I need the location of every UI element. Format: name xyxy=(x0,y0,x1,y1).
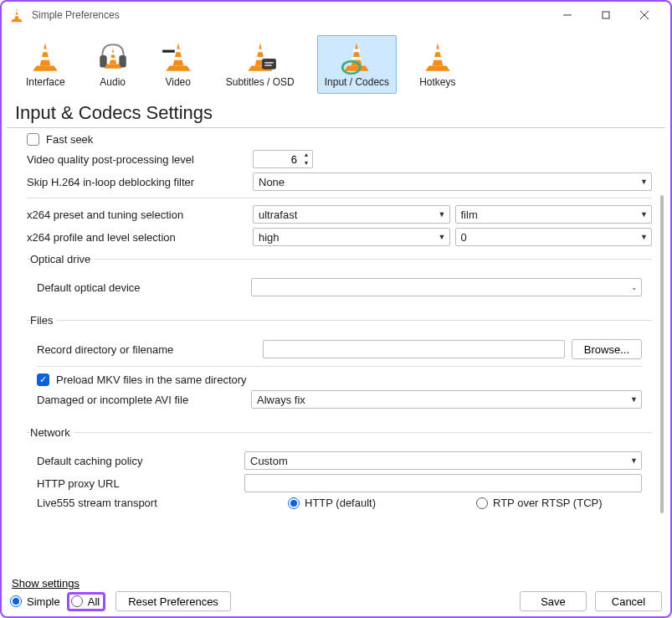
tab-interface[interactable]: Interface xyxy=(18,35,73,94)
svg-rect-21 xyxy=(352,57,362,60)
svg-rect-19 xyxy=(264,64,271,65)
svg-rect-1 xyxy=(15,14,19,16)
interface-icon xyxy=(28,39,63,75)
chevron-down-icon: ▼ xyxy=(630,456,638,465)
scrollbar[interactable] xyxy=(660,195,664,513)
tab-input-codecs[interactable]: Input / Codecs xyxy=(317,35,397,94)
window-title: Simple Preferences xyxy=(32,9,548,21)
avi-label: Damaged or incomplete AVI file xyxy=(37,394,251,406)
x264-level-select[interactable]: 0 ▼ xyxy=(455,228,653,246)
chevron-down-icon: ▼ xyxy=(640,233,648,241)
caching-label: Default caching policy xyxy=(37,455,244,467)
svg-rect-3 xyxy=(603,12,609,18)
save-button[interactable]: Save xyxy=(520,591,587,611)
svg-rect-23 xyxy=(434,49,441,53)
tab-label: Video xyxy=(165,76,190,88)
live555-http-label: HTTP (default) xyxy=(305,497,376,509)
chevron-down-icon: ▼ xyxy=(439,210,446,219)
subtitles-icon xyxy=(243,39,278,75)
show-settings-label: Show settings xyxy=(12,577,662,590)
fast-seek-checkbox[interactable]: Fast seek xyxy=(27,133,93,146)
settings-scroll[interactable]: Fast seek Video quality post-processing … xyxy=(2,128,670,555)
x264-preset-value: ultrafast xyxy=(259,209,297,221)
minimize-button[interactable] xyxy=(548,3,587,28)
live555-rtp-radio[interactable]: RTP over RTSP (TCP) xyxy=(476,497,603,509)
chevron-down-icon: ▼ xyxy=(630,395,638,404)
proxy-label: HTTP proxy URL xyxy=(37,477,244,490)
hotkeys-icon xyxy=(420,39,455,75)
reset-preferences-button[interactable]: Reset Preferences xyxy=(115,591,231,611)
files-legend: Files xyxy=(30,314,56,327)
optical-default-select[interactable]: ⌄ xyxy=(251,278,642,296)
highlight-annotation: All xyxy=(67,592,105,611)
titlebar: Simple Preferences xyxy=(2,2,670,28)
chevron-down-icon: ▼ xyxy=(640,178,648,186)
vq-label: Video quality post-processing level xyxy=(27,153,253,166)
spin-down-icon[interactable]: ▼ xyxy=(300,159,312,167)
caching-select[interactable]: Custom ▼ xyxy=(244,451,642,470)
radio-checked-icon xyxy=(288,497,300,509)
tab-label: Audio xyxy=(100,76,126,88)
tab-label: Interface xyxy=(26,76,65,88)
tab-audio[interactable]: Audio xyxy=(88,35,138,94)
x264-preset-select[interactable]: ultrafast ▼ xyxy=(253,205,450,224)
svg-rect-24 xyxy=(433,57,443,60)
files-group: Files Record directory or filename Brows… xyxy=(27,314,652,420)
close-button[interactable] xyxy=(625,3,664,28)
svg-rect-10 xyxy=(110,53,115,55)
optical-group: Optical drive Default optical device ⌄ xyxy=(27,253,652,307)
svg-rect-13 xyxy=(173,57,182,60)
show-settings-simple-radio[interactable]: Simple xyxy=(10,595,60,608)
cancel-button[interactable]: Cancel xyxy=(595,591,662,611)
optical-legend: Optical drive xyxy=(30,253,94,265)
skip-label: Skip H.264 in-loop deblocking filter xyxy=(27,176,253,188)
checkbox-icon xyxy=(27,133,39,146)
maximize-button[interactable] xyxy=(587,3,625,28)
tab-subtitles[interactable]: Subtitles / OSD xyxy=(218,35,302,94)
fast-seek-label: Fast seek xyxy=(46,133,93,146)
spin-up-icon[interactable]: ▲ xyxy=(300,151,312,159)
audio-icon xyxy=(95,39,131,75)
proxy-input[interactable] xyxy=(244,474,642,492)
network-group: Network Default caching policy Custom ▼ … xyxy=(27,426,652,520)
x264-level-value: 0 xyxy=(461,231,467,244)
x264-profile-label: x264 profile and level selection xyxy=(27,231,253,244)
tab-hotkeys[interactable]: Hotkeys xyxy=(412,35,463,94)
record-label: Record directory or filename xyxy=(37,343,263,356)
record-input[interactable] xyxy=(263,340,565,358)
avi-select[interactable]: Always fix ▼ xyxy=(251,390,642,409)
svg-rect-7 xyxy=(41,57,50,60)
radio-icon xyxy=(71,595,83,607)
svg-rect-9 xyxy=(119,55,126,68)
live555-http-radio[interactable]: HTTP (default) xyxy=(288,497,376,509)
chevron-down-icon: ▼ xyxy=(640,210,648,219)
tab-video[interactable]: Video xyxy=(153,35,203,94)
svg-rect-12 xyxy=(175,49,182,53)
all-label: All xyxy=(88,595,100,608)
page-title: Input & Codecs Settings xyxy=(7,97,665,128)
chevron-down-icon: ⌄ xyxy=(631,283,638,291)
x264-profile-value: high xyxy=(259,231,280,244)
live555-rtp-label: RTP over RTSP (TCP) xyxy=(493,497,603,509)
vq-spinbox[interactable]: ▲▼ xyxy=(253,150,313,168)
radio-icon xyxy=(476,497,488,509)
show-settings-all-radio[interactable]: All xyxy=(71,595,100,608)
skip-select[interactable]: None ▼ xyxy=(253,173,652,191)
tab-label: Subtitles / OSD xyxy=(226,76,295,88)
browse-button[interactable]: Browse... xyxy=(572,339,642,359)
live555-label: Live555 stream transport xyxy=(37,497,288,509)
chevron-down-icon: ▼ xyxy=(439,233,446,241)
svg-rect-0 xyxy=(15,11,18,13)
x264-profile-select[interactable]: high ▼ xyxy=(253,228,450,246)
tab-label: Input / Codecs xyxy=(325,76,389,88)
x264-tune-select[interactable]: film ▼ xyxy=(455,205,653,224)
optical-default-label: Default optical device xyxy=(37,281,251,294)
x264-preset-label: x264 preset and tuning selection xyxy=(27,209,253,221)
avi-value: Always fix xyxy=(257,394,305,406)
svg-rect-17 xyxy=(262,59,276,70)
svg-rect-8 xyxy=(100,55,106,68)
preload-mkv-checkbox[interactable]: ✓ Preload MKV files in the same director… xyxy=(37,373,247,386)
checkbox-checked-icon: ✓ xyxy=(37,373,49,386)
svg-rect-15 xyxy=(257,49,264,53)
svg-rect-18 xyxy=(264,62,274,63)
